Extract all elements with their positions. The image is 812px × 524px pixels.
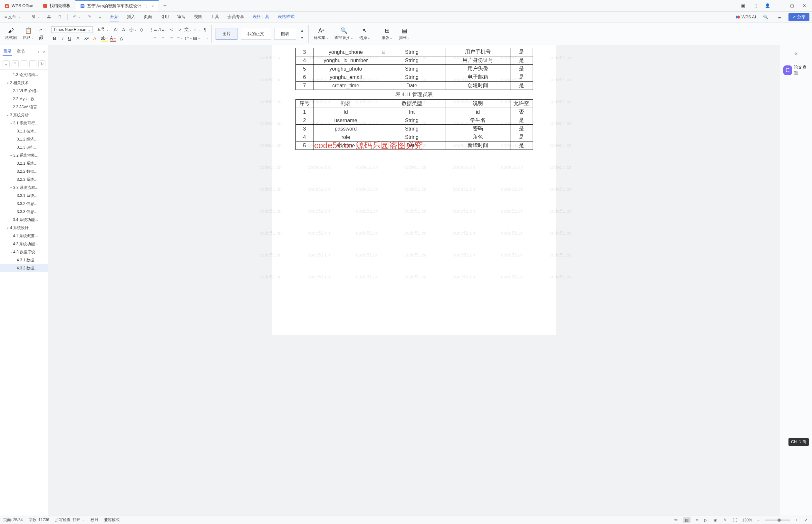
outline-item[interactable]: 1.3 论文结构... [0, 71, 48, 79]
outline-item[interactable]: 3.3.3 信息... [0, 208, 48, 216]
close-panel-icon[interactable]: × [43, 49, 46, 54]
numbering-icon[interactable]: 1≡⌄ [160, 27, 166, 33]
status-page[interactable]: 页面: 25/34 [3, 517, 23, 523]
text-direction-icon[interactable]: 文⌄ [185, 27, 192, 33]
outline-item[interactable]: 2.1 VUE 介绍... [0, 87, 48, 95]
tab-review[interactable]: 审阅 [177, 12, 186, 22]
outline-item[interactable]: 2.3 JAVA 语言... [0, 103, 48, 111]
align-left-icon[interactable]: ≡ [151, 35, 158, 41]
avatar-icon[interactable]: 👤 [764, 3, 771, 9]
sort-para-icon[interactable]: ¶ [202, 27, 208, 33]
outline-tab-toc[interactable]: 目录 [3, 47, 12, 56]
add-node-icon[interactable]: + [21, 60, 28, 67]
style-up-icon[interactable]: ▴ [299, 27, 305, 33]
align-right-icon[interactable]: ≡ [168, 35, 175, 41]
print-icon[interactable]: 🖶 [45, 13, 53, 21]
strike-icon[interactable]: A⌄ [76, 35, 83, 42]
chevron-right-icon[interactable]: › [38, 49, 39, 54]
status-words[interactable]: 字数: 11736 [29, 517, 49, 523]
more-quick-icon[interactable]: ⌄ [96, 13, 104, 21]
tab-member[interactable]: 会员专享 [227, 12, 245, 22]
focus-icon[interactable]: ◉ [712, 517, 718, 523]
grow-font-icon[interactable]: A⁺ [113, 27, 119, 33]
char-border-icon[interactable]: A̲ [118, 35, 125, 42]
fit-icon[interactable]: ⛶ [732, 517, 738, 523]
style-chart[interactable]: 图表 [274, 28, 296, 39]
outline-list[interactable]: 1.3 论文结构...▾2 相关技术2.1 VUE 介绍...2.2 Mysql… [0, 70, 48, 515]
view-web-icon[interactable]: ≡ [694, 517, 699, 523]
outline-item[interactable]: 4.1 系统概要... [0, 232, 48, 240]
highlight-icon[interactable]: ab⌄ [101, 35, 108, 42]
font-select[interactable]: Times New Roman ⌄ [51, 27, 93, 33]
outline-item[interactable]: 3.1.3 运行... [0, 143, 48, 151]
outline-item[interactable]: 3.3.2 信息... [0, 200, 48, 208]
tab-document[interactable]: W 基于Web的智慧停车系统设计 ▢ × [76, 0, 159, 11]
add-tab-button[interactable]: + ⌄ [159, 2, 176, 9]
borders-icon[interactable]: ▢⌄ [202, 35, 208, 41]
outline-tab-chapter[interactable]: 章节 [16, 47, 26, 56]
collapse-sidebar-icon[interactable]: « [791, 48, 801, 58]
outline-item[interactable]: 3.2.1 系统... [0, 160, 48, 167]
arrange-button[interactable]: ▤ 排列⌄ [397, 26, 412, 42]
outline-item[interactable]: ▾3.1 系统可行... [0, 119, 48, 127]
italic-icon[interactable]: I [60, 35, 66, 42]
text-effects-icon[interactable]: A⌄ [93, 35, 100, 42]
outline-item[interactable]: 3.2.3 系统... [0, 176, 48, 184]
search-icon[interactable]: 🔍 [761, 13, 770, 21]
outline-item[interactable]: 3.3.1 系统... [0, 192, 48, 200]
dec-indent-icon[interactable]: ≤ [168, 27, 175, 33]
outline-item[interactable]: 3.1.2 经济... [0, 135, 48, 143]
collapse-down-icon[interactable]: ⌄ [3, 60, 10, 67]
bullets-icon[interactable]: ⋮≡⌄ [151, 27, 158, 33]
apps-icon[interactable]: ▣ [740, 3, 746, 9]
refresh-icon[interactable]: ↻ [38, 60, 46, 67]
view-print-icon[interactable]: ▤ [683, 517, 691, 523]
outline-item[interactable]: ▾4.3 数据库设... [0, 248, 48, 256]
status-compat[interactable]: 兼容模式 [104, 517, 119, 523]
outline-item[interactable]: 3.4 系统功能... [0, 216, 48, 224]
clear-format-icon[interactable]: ◇ [138, 27, 145, 33]
tab-start[interactable]: 开始 [110, 12, 119, 22]
bold-icon[interactable]: B [51, 35, 58, 42]
size-select[interactable]: 五号 ⌄ [95, 26, 111, 33]
share-button[interactable]: ↗ 分享 [789, 13, 809, 21]
char-scale-icon[interactable]: ↔⌄ [193, 27, 200, 33]
minimize-icon[interactable]: — [777, 3, 783, 9]
zoom-slider[interactable] [765, 520, 791, 521]
app-tab[interactable]: WPS Office [0, 0, 38, 11]
cut-icon[interactable]: ✂ [38, 27, 45, 33]
line-spacing-icon[interactable]: ↕≡⌄ [185, 35, 192, 41]
cloud-icon[interactable]: ☁ [775, 13, 783, 21]
find-replace-button[interactable]: 🔍 查找替换⌄ [333, 26, 355, 42]
justify-icon[interactable]: ≡⌄ [177, 35, 183, 41]
underline-icon[interactable]: U⌄ [68, 35, 74, 42]
edit-mode-icon[interactable]: ✎ [722, 517, 728, 523]
zoom-in-icon[interactable]: + [794, 517, 799, 523]
tab-template[interactable]: 找稻壳模板 [38, 0, 76, 11]
status-spell[interactable]: 拼写检查: 打开 ⌄ [55, 517, 85, 523]
redo-icon[interactable]: ↷ [86, 13, 93, 21]
outline-item[interactable]: ▾3.3 系统流程... [0, 184, 48, 192]
play-icon[interactable]: ▷ [703, 517, 709, 523]
outline-item[interactable]: ▾4 系统设计 [0, 224, 48, 232]
inc-indent-icon[interactable]: ≥ [177, 27, 183, 33]
shrink-font-icon[interactable]: A⁻ [121, 27, 128, 33]
tab-page[interactable]: 页面 [143, 12, 153, 22]
outline-item[interactable]: 4.3.1 数据... [0, 256, 48, 264]
close-window-icon[interactable]: ✕ [801, 3, 808, 9]
paste-button[interactable]: 📋 粘贴⌄ [21, 26, 36, 42]
paper-check-button[interactable]: C 论文查重 [780, 63, 812, 78]
close-icon[interactable]: × [151, 3, 154, 9]
document-canvas[interactable]: ⊡ ⌄ code51.cncode51.cncode51.cncode51.cn… [48, 45, 780, 515]
wps-ai-button[interactable]: WPS AI [735, 15, 756, 20]
shading-icon[interactable]: ▨⌄ [193, 35, 200, 41]
outline-item[interactable]: 4.3.2 数据... [0, 264, 48, 272]
status-proof[interactable]: 校对 [90, 517, 98, 523]
outline-item[interactable]: 3.1.1 技术... [0, 127, 48, 135]
select-button[interactable]: ↖ 选择⌄ [357, 26, 372, 42]
page-control-icon[interactable]: ⊡ ⌄ [382, 50, 390, 54]
outline-item[interactable]: 2.2 Mysql 数... [0, 95, 48, 103]
remove-node-icon[interactable]: − [29, 60, 36, 67]
save-icon[interactable]: 🖫 ⌄ [29, 13, 42, 21]
phonetic-icon[interactable]: ㊥⌄ [130, 27, 136, 33]
